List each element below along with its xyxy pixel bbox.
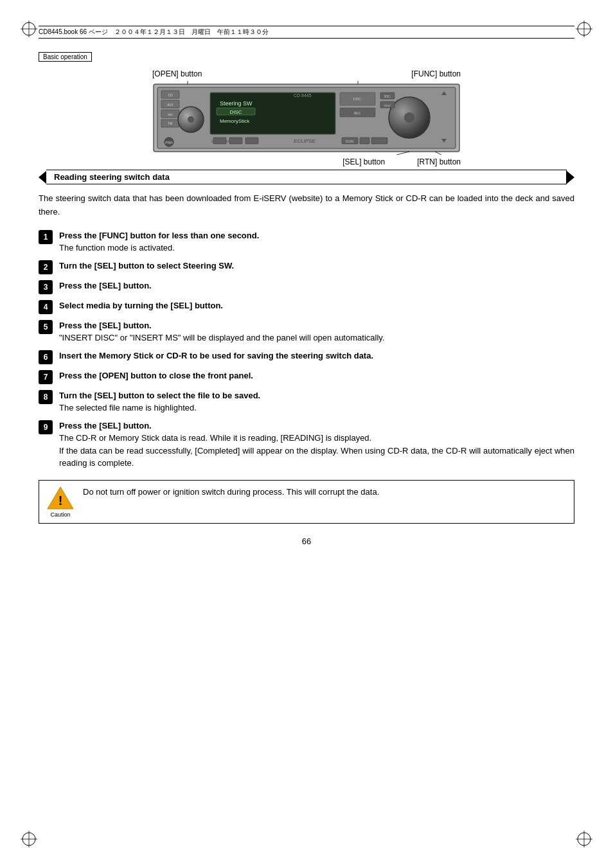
svg-text:REC: REC bbox=[354, 111, 361, 115]
open-button-label: [OPEN] button bbox=[152, 69, 202, 78]
step-main-8: Turn the [SEL] button to select the file… bbox=[59, 389, 574, 402]
device-top-labels: [OPEN] button [FUNC] button bbox=[152, 69, 461, 78]
caution-text: Do not turn off power or ignition switch… bbox=[83, 486, 569, 499]
step-content-6: Insert the Memory Stick or CD-R to be us… bbox=[59, 350, 574, 362]
step-main-4: Select media by turning the [SEL] button… bbox=[59, 299, 574, 312]
step-1: 1 Press the [FUNC] button for less than … bbox=[39, 229, 574, 254]
step-main-7: Press the [OPEN] button to close the fro… bbox=[59, 369, 574, 382]
svg-text:AUX: AUX bbox=[167, 103, 173, 107]
svg-text:MD/: MD/ bbox=[168, 113, 173, 116]
step-content-5: Press the [SEL] button. "INSERT DISC" or… bbox=[59, 319, 574, 344]
svg-point-23 bbox=[188, 116, 194, 123]
svg-text:MemoryStick: MemoryStick bbox=[220, 118, 250, 124]
step-number-3: 3 bbox=[39, 280, 53, 294]
step-content-7: Press the [OPEN] button to close the fro… bbox=[59, 369, 574, 382]
caution-box: ! Caution Do not turn off power or ignit… bbox=[39, 480, 574, 524]
svg-rect-48 bbox=[245, 137, 258, 144]
step-main-1: Press the [FUNC] button for less than on… bbox=[59, 229, 574, 242]
device-bottom-labels: [SEL] button [RTN] button bbox=[152, 157, 461, 166]
svg-text:PWR: PWR bbox=[165, 141, 173, 145]
step-number-2: 2 bbox=[39, 260, 53, 274]
page-number: 66 bbox=[39, 536, 574, 546]
step-sub-8: The selected file name is highlighted. bbox=[59, 402, 574, 414]
svg-rect-51 bbox=[360, 137, 369, 144]
step-content-1: Press the [FUNC] button for less than on… bbox=[59, 229, 574, 254]
step-5: 5 Press the [SEL] button. "INSERT DISC" … bbox=[39, 319, 574, 344]
step-3: 3 Press the [SEL] button. bbox=[39, 279, 574, 294]
heading-text: Reading steering switch data bbox=[46, 170, 567, 184]
intro-paragraph: The steering switch data that has been d… bbox=[39, 192, 574, 219]
device-image: CD AUX MD/ FM bbox=[152, 81, 461, 155]
heading-arrow-right bbox=[567, 171, 574, 184]
corner-mark-bl bbox=[19, 829, 39, 849]
svg-text:!: ! bbox=[58, 493, 63, 508]
step-main-3: Press the [SEL] button. bbox=[59, 279, 574, 292]
func-button-label: [FUNC] button bbox=[411, 69, 461, 78]
step-main-2: Turn the [SEL] button to select Steering… bbox=[59, 260, 574, 272]
svg-point-37 bbox=[404, 112, 414, 123]
step-main-5: Press the [SEL] button. bbox=[59, 319, 574, 332]
step-8: 8 Turn the [SEL] button to select the fi… bbox=[39, 389, 574, 414]
step-9: 9 Press the [SEL] button. The CD-R or Me… bbox=[39, 420, 574, 470]
step-2: 2 Turn the [SEL] button to select Steeri… bbox=[39, 260, 574, 274]
step-content-8: Turn the [SEL] button to select the file… bbox=[59, 389, 574, 414]
svg-text:FM: FM bbox=[168, 122, 173, 125]
step-number-7: 7 bbox=[39, 370, 53, 384]
step-sub-5: "INSERT DISC" or "INSERT MS" will be dis… bbox=[59, 332, 574, 344]
step-number-1: 1 bbox=[39, 230, 53, 244]
step-7: 7 Press the [OPEN] button to close the f… bbox=[39, 369, 574, 384]
svg-text:ECLIPSE: ECLIPSE bbox=[294, 138, 315, 144]
step-main-6: Insert the Memory Stick or CD-R to be us… bbox=[59, 350, 574, 362]
step-sub-1: The function mode is activated. bbox=[59, 242, 574, 254]
breadcrumb: Basic operation bbox=[39, 52, 92, 62]
sel-button-label: [SEL] button bbox=[342, 157, 385, 166]
svg-text:DISC: DISC bbox=[353, 97, 361, 101]
svg-text:CD 8445: CD 8445 bbox=[294, 93, 312, 98]
svg-rect-46 bbox=[213, 137, 226, 144]
rtn-button-label: [RTN] button bbox=[417, 157, 461, 166]
step-number-6: 6 bbox=[39, 350, 53, 364]
step-sub-9: The CD-R or Memory Stick data is read. W… bbox=[59, 432, 574, 470]
step-content-4: Select media by turning the [SEL] button… bbox=[59, 299, 574, 312]
svg-text:DISC: DISC bbox=[229, 109, 242, 115]
svg-text:BSC: BSC bbox=[384, 95, 391, 98]
step-4: 4 Select media by turning the [SEL] butt… bbox=[39, 299, 574, 314]
svg-text:DISP: DISP bbox=[384, 104, 391, 107]
section-heading: Reading steering switch data bbox=[39, 170, 574, 184]
step-main-9: Press the [SEL] button. bbox=[59, 420, 574, 432]
svg-text:SCAN: SCAN bbox=[346, 140, 354, 143]
step-number-4: 4 bbox=[39, 300, 53, 314]
device-section: [OPEN] button [FUNC] button CD AUX MD/ bbox=[39, 69, 574, 166]
corner-mark-tr bbox=[574, 19, 594, 39]
step-content-9: Press the [SEL] button. The CD-R or Memo… bbox=[59, 420, 574, 470]
svg-rect-52 bbox=[371, 137, 387, 144]
svg-text:CD: CD bbox=[168, 93, 173, 97]
step-content-3: Press the [SEL] button. bbox=[59, 279, 574, 292]
svg-rect-47 bbox=[229, 137, 242, 144]
caution-label: Caution bbox=[50, 511, 70, 518]
step-number-8: 8 bbox=[39, 390, 53, 404]
heading-arrow-left bbox=[39, 171, 46, 184]
step-number-5: 5 bbox=[39, 320, 53, 334]
corner-mark-br bbox=[574, 829, 594, 849]
svg-text:Steering SW: Steering SW bbox=[220, 100, 253, 107]
step-6: 6 Insert the Memory Stick or CD-R to be … bbox=[39, 350, 574, 364]
caution-icon: ! Caution bbox=[44, 486, 76, 518]
header-filename: CD8445.book 66 ページ ２００４年１２月１３日 月曜日 午前１１時… bbox=[39, 28, 269, 37]
header-bar: CD8445.book 66 ページ ２００４年１２月１３日 月曜日 午前１１時… bbox=[39, 26, 574, 39]
step-content-2: Turn the [SEL] button to select Steering… bbox=[59, 260, 574, 272]
step-number-9: 9 bbox=[39, 420, 53, 434]
corner-mark-tl bbox=[19, 19, 39, 39]
steps-container: 1 Press the [FUNC] button for less than … bbox=[39, 229, 574, 470]
